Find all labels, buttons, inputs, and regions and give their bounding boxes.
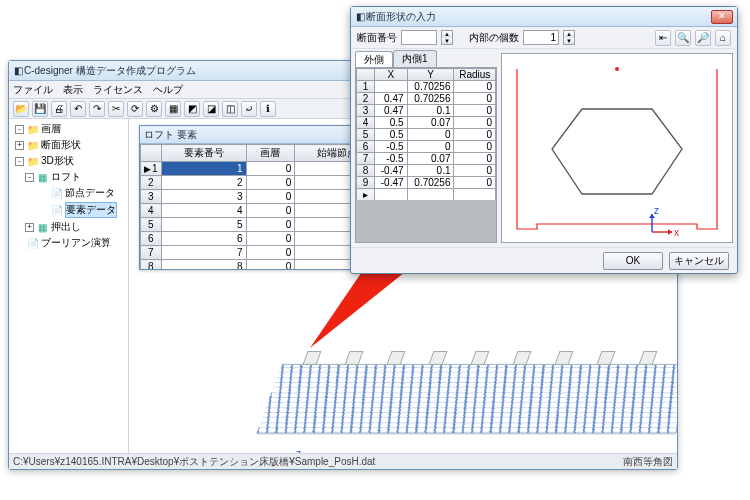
tb-settings-icon[interactable]: ⚙ — [146, 101, 162, 117]
tree-item[interactable]: -📁3D形状 — [11, 153, 126, 169]
table-cell[interactable]: -0.47 — [375, 165, 407, 177]
tree-item[interactable]: 📄ブーリアン演算 — [11, 235, 126, 251]
tree-item[interactable]: -📁画層 — [11, 121, 126, 137]
table-cell[interactable]: 0 — [246, 176, 295, 190]
table-cell[interactable]: 0 — [454, 117, 496, 129]
table-cell[interactable]: 0 — [454, 153, 496, 165]
tb-cube-icon[interactable]: ◫ — [222, 101, 238, 117]
table-row[interactable]: 8-0.470.10 — [357, 165, 496, 177]
tb-cut-icon[interactable]: ✂ — [108, 101, 124, 117]
table-row[interactable]: 20.470.702560 — [357, 93, 496, 105]
table-cell[interactable]: 0 — [454, 105, 496, 117]
table-cell[interactable]: 0.1 — [407, 105, 454, 117]
zoom-in-icon[interactable]: 🔎 — [695, 30, 711, 46]
table-cell[interactable]: 0.47 — [375, 105, 407, 117]
table-cell[interactable]: 0.07 — [407, 153, 454, 165]
loft-col-header[interactable]: 画層 — [246, 145, 295, 162]
tb-refresh-icon[interactable]: ⟳ — [127, 101, 143, 117]
tree-view[interactable]: -📁画層+📁断面形状-📁3D形状-▦ロフト📄節点データ📄要素データ+▦押出し📄ブ… — [9, 121, 128, 251]
table-cell[interactable]: 6 — [161, 232, 246, 246]
table-cell[interactable]: 0 — [454, 165, 496, 177]
table-cell[interactable]: 0.5 — [375, 129, 407, 141]
table-cell[interactable]: 0.70256 — [407, 177, 454, 189]
table-row[interactable]: 10.702560 — [357, 81, 496, 93]
table-cell[interactable]: 0 — [246, 232, 295, 246]
tb-grid-icon[interactable]: ▦ — [165, 101, 181, 117]
tb-rotate-icon[interactable]: ⤾ — [241, 101, 257, 117]
table-cell[interactable]: 0 — [246, 260, 295, 270]
row-header[interactable]: 9 — [357, 177, 375, 189]
row-header[interactable]: 2 — [141, 176, 162, 190]
table-row[interactable]: 6-0.500 — [357, 141, 496, 153]
table-cell[interactable]: 0 — [246, 204, 295, 218]
table-row[interactable]: 30.470.10 — [357, 105, 496, 117]
seek-first-icon[interactable]: ⇤ — [655, 30, 671, 46]
tree-item[interactable]: 📄要素データ — [11, 201, 126, 219]
table-cell[interactable]: 3 — [161, 190, 246, 204]
tree-item[interactable]: 📄節点データ — [11, 185, 126, 201]
twisty-icon[interactable]: - — [15, 157, 24, 166]
row-header[interactable]: 3 — [141, 190, 162, 204]
row-header[interactable]: ▶1 — [141, 162, 162, 176]
tree-item[interactable]: -▦ロフト — [11, 169, 126, 185]
table-cell[interactable]: 7 — [161, 246, 246, 260]
tb-undo-icon[interactable]: ↶ — [70, 101, 86, 117]
row-header[interactable]: 5 — [141, 218, 162, 232]
table-cell[interactable]: 4 — [161, 204, 246, 218]
ok-button[interactable]: OK — [603, 252, 663, 270]
table-row[interactable]: 9-0.470.702560 — [357, 177, 496, 189]
dialog-titlebar[interactable]: ◧ 断面形状の入力 ✕ — [351, 7, 737, 27]
table-cell[interactable]: 0.70256 — [407, 93, 454, 105]
table-cell[interactable]: 0.07 — [407, 117, 454, 129]
twisty-icon[interactable]: - — [15, 125, 24, 134]
table-cell[interactable]: 0 — [407, 141, 454, 153]
menu-license[interactable]: ライセンス — [93, 83, 143, 97]
table-row[interactable]: 40.50.070 — [357, 117, 496, 129]
table-cell[interactable]: 0 — [454, 129, 496, 141]
tab-inner1[interactable]: 内側1 — [393, 50, 437, 67]
cancel-button[interactable]: キャンセル — [669, 252, 729, 270]
home-icon[interactable]: ⌂ — [715, 30, 731, 46]
row-header[interactable]: 7 — [141, 246, 162, 260]
table-cell[interactable]: 0 — [454, 93, 496, 105]
dialog-close-icon[interactable]: ✕ — [711, 10, 733, 24]
coords-col-header[interactable]: Y — [407, 69, 454, 81]
tb-open-icon[interactable]: 📂 — [13, 101, 29, 117]
table-cell[interactable]: 1 — [161, 162, 246, 176]
table-cell[interactable]: -0.47 — [375, 177, 407, 189]
table-row[interactable]: 7-0.50.070 — [357, 153, 496, 165]
table-cell[interactable]: 0 — [454, 177, 496, 189]
internal-count-spinner[interactable]: ▲▼ — [563, 30, 575, 45]
tab-outer[interactable]: 外側 — [355, 51, 393, 68]
tb-save-icon[interactable]: 💾 — [32, 101, 48, 117]
row-header[interactable]: 6 — [357, 141, 375, 153]
table-cell[interactable] — [375, 81, 407, 93]
table-cell[interactable]: 0 — [246, 246, 295, 260]
section-preview-canvas[interactable]: x z — [501, 53, 733, 243]
section-no-input[interactable] — [401, 30, 437, 45]
section-coords-table[interactable]: XYRadius10.70256020.470.70256030.470.104… — [356, 68, 496, 212]
menu-file[interactable]: ファイル — [13, 83, 53, 97]
table-cell[interactable]: -0.5 — [375, 141, 407, 153]
twisty-icon[interactable]: + — [15, 141, 24, 150]
table-row[interactable]: 50.500 — [357, 129, 496, 141]
tb-redo-icon[interactable]: ↷ — [89, 101, 105, 117]
table-cell[interactable]: 0.70256 — [407, 81, 454, 93]
table-cell[interactable]: 0 — [407, 129, 454, 141]
table-cell[interactable]: 0 — [454, 81, 496, 93]
coords-col-header[interactable]: Radius — [454, 69, 496, 81]
tb-view1-icon[interactable]: ◩ — [184, 101, 200, 117]
row-header[interactable]: 2 — [357, 93, 375, 105]
table-cell[interactable]: 0 — [454, 141, 496, 153]
row-header[interactable]: 4 — [357, 117, 375, 129]
tree-item[interactable]: +▦押出し — [11, 219, 126, 235]
tb-info-icon[interactable]: ℹ — [260, 101, 276, 117]
section-no-spinner[interactable]: ▲▼ — [441, 30, 453, 45]
tb-view2-icon[interactable]: ◪ — [203, 101, 219, 117]
tb-print-icon[interactable]: 🖨 — [51, 101, 67, 117]
twisty-icon[interactable]: - — [25, 173, 34, 182]
row-header[interactable]: 7 — [357, 153, 375, 165]
sidebar[interactable]: -📁画層+📁断面形状-📁3D形状-▦ロフト📄節点データ📄要素データ+▦押出し📄ブ… — [9, 119, 129, 453]
zoom-out-icon[interactable]: 🔍 — [675, 30, 691, 46]
row-header[interactable]: 8 — [357, 165, 375, 177]
